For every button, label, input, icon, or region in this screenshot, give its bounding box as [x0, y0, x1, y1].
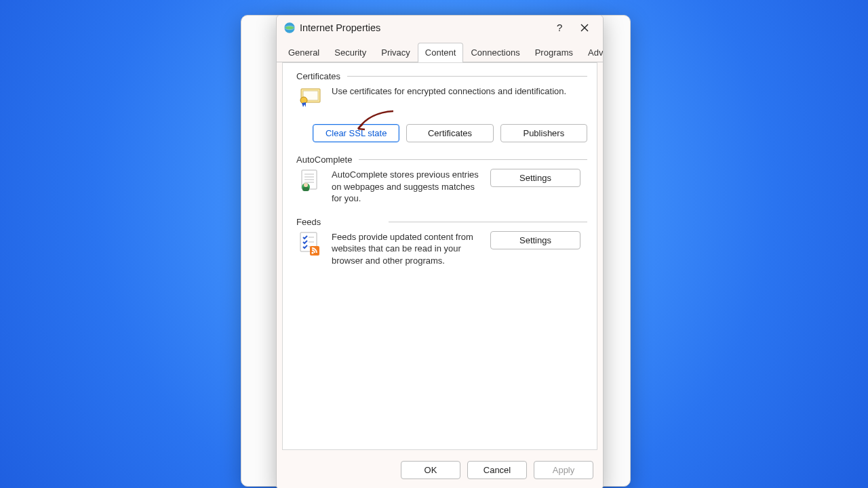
certificate-icon: [296, 100, 323, 110]
tab-security[interactable]: Security: [327, 43, 374, 62]
certificates-description: Use certificates for encrypted connectio…: [332, 85, 576, 98]
svg-text:?: ?: [557, 22, 562, 33]
ok-button[interactable]: OK: [401, 461, 460, 479]
autocomplete-group: AutoComplete: [296, 155, 587, 205]
feeds-group: Feeds: [296, 217, 587, 267]
svg-rect-15: [302, 187, 309, 191]
content-panel: Certificates Use certificates for encryp…: [282, 62, 597, 450]
autocomplete-icon: [296, 185, 323, 195]
titlebar: Internet Properties ?: [277, 16, 603, 40]
svg-point-21: [311, 251, 313, 253]
certificates-group: Certificates Use certificates for encryp…: [296, 71, 587, 142]
tab-privacy[interactable]: Privacy: [374, 43, 418, 62]
tab-connections[interactable]: Connections: [463, 43, 527, 62]
window-title: Internet Properties: [300, 22, 380, 33]
autocomplete-description: AutoComplete stores previous entries on …: [332, 169, 482, 205]
tab-programs[interactable]: Programs: [528, 43, 580, 62]
tab-advanced[interactable]: Advanced: [580, 43, 604, 62]
publishers-button[interactable]: Publishers: [500, 124, 587, 142]
feeds-heading: Feeds: [296, 217, 321, 227]
svg-rect-20: [310, 246, 319, 256]
tab-general[interactable]: General: [281, 43, 327, 62]
feeds-settings-button[interactable]: Settings: [490, 231, 580, 249]
close-icon: [580, 24, 589, 32]
internet-options-icon: [283, 22, 296, 34]
autocomplete-heading: AutoComplete: [296, 155, 352, 165]
svg-point-14: [304, 183, 308, 187]
feeds-description: Feeds provide updated content from websi…: [332, 231, 482, 267]
tab-strip: General Security Privacy Content Connect…: [277, 40, 603, 62]
certificates-button[interactable]: Certificates: [406, 124, 493, 142]
tab-content[interactable]: Content: [418, 43, 464, 62]
certificates-button-row: Clear SSL state Certificates Publishers: [313, 124, 587, 142]
clear-ssl-state-button[interactable]: Clear SSL state: [313, 124, 399, 142]
feeds-icon: [296, 247, 323, 258]
certificates-heading: Certificates: [296, 71, 340, 81]
cancel-button[interactable]: Cancel: [467, 461, 527, 479]
help-button[interactable]: ?: [546, 18, 572, 37]
autocomplete-settings-button[interactable]: Settings: [490, 169, 580, 187]
apply-button[interactable]: Apply: [534, 461, 593, 479]
dialog-footer: OK Cancel Apply: [277, 455, 603, 488]
internet-properties-dialog: Internet Properties ? General Security P…: [276, 15, 604, 488]
close-button[interactable]: [572, 18, 597, 37]
